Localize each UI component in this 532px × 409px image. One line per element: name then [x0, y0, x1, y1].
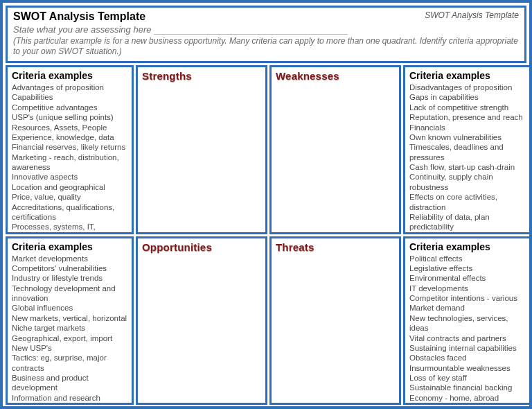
list-item: Financials	[409, 123, 525, 132]
criteria-strengths-cell: Criteria examples Advantages of proposit…	[6, 65, 134, 234]
instruction-blank-line[interactable]	[154, 34, 348, 35]
criteria-strengths-list: Advantages of propositionCapabilitiesCom…	[12, 82, 127, 234]
list-item: Capabilities	[12, 92, 127, 102]
list-item: Financial reserves, likely returns	[12, 142, 127, 152]
list-item: Competitors' vulnerabilities	[12, 263, 127, 273]
list-item: Information and research	[12, 393, 127, 403]
list-item: Sustaining internal capabilities	[409, 343, 525, 353]
weaknesses-heading: Weaknesses	[276, 70, 395, 82]
opportunities-cell[interactable]: Opportunities	[136, 236, 267, 406]
list-item: IT developments	[409, 284, 525, 293]
list-item: Vital contracts and partners	[409, 333, 525, 343]
list-item: Timescales, deadlines and pressures	[409, 142, 525, 162]
list-item: Market developments	[12, 254, 127, 263]
list-item: Environmental effects	[409, 273, 525, 283]
assessment-instruction: State what you are assessing here	[13, 24, 519, 35]
list-item: Competitive advantages	[12, 103, 127, 112]
list-item: Economy - home, abroad	[409, 393, 525, 403]
list-item: Geographical, export, import	[12, 333, 127, 343]
criteria-title: Criteria examples	[409, 70, 525, 81]
threats-heading: Threats	[276, 241, 395, 253]
criteria-title: Criteria examples	[12, 241, 127, 252]
list-item: Tactics: eg, surprise, major contracts	[12, 353, 127, 373]
list-item: Market demand	[409, 303, 525, 313]
list-item: Cash flow, start-up cash-drain	[409, 162, 525, 172]
criteria-weaknesses-list: Disadvantages of propositionGaps in capa…	[409, 82, 525, 234]
list-item: Disadvantages of proposition	[409, 82, 525, 92]
instruction-text: State what you are assessing here	[13, 24, 151, 35]
list-item: Experience, knowledge, data	[12, 132, 127, 142]
list-item: Resources, Assets, People	[12, 123, 127, 132]
header-tag: SWOT Analysis Template	[425, 10, 519, 20]
criteria-title: Criteria examples	[12, 70, 127, 81]
criteria-threats-list: Political effectsLegislative effectsEnvi…	[409, 254, 525, 406]
header-note: (This particular example is for a new bu…	[13, 36, 519, 57]
criteria-opportunities-list: Market developmentsCompetitors' vulnerab…	[12, 254, 127, 406]
list-item: Industry or lifestyle trends	[12, 273, 127, 283]
swot-grid: Criteria examples Advantages of proposit…	[6, 65, 526, 405]
list-item: Innovative aspects	[12, 172, 127, 182]
criteria-weaknesses-cell: Criteria examples Disadvantages of propo…	[403, 65, 531, 234]
list-item: Location and geographical	[12, 182, 127, 192]
strengths-cell[interactable]: Strengths	[136, 65, 267, 234]
list-item: New USP's	[12, 343, 127, 353]
list-item: Marketing - reach, distribution, awarene…	[12, 153, 127, 173]
list-item: Gaps in capabilities	[409, 92, 525, 102]
criteria-title: Criteria examples	[409, 241, 525, 252]
criteria-opportunities-cell: Criteria examples Market developmentsCom…	[6, 236, 134, 406]
threats-cell[interactable]: Threats	[269, 236, 401, 406]
header-box: SWOT Analysis Template SWOT Analysis Tem…	[6, 6, 526, 63]
list-item: Own known vulnerabilities	[409, 132, 525, 142]
list-item: Obstacles faced	[409, 353, 525, 363]
list-item: Loss of key staff	[409, 373, 525, 383]
list-item: Political effects	[409, 254, 525, 263]
list-item: Business and product development	[12, 373, 127, 393]
list-item: Technology development and innovation	[12, 284, 127, 304]
list-item: Competitor intentions - various	[409, 293, 525, 303]
list-item: Price, value, quality	[12, 192, 127, 202]
list-item: Reliability of data, plan predictability	[409, 212, 525, 232]
list-item: Seasonality, weather effects	[409, 403, 525, 405]
list-item: Reputation, presence and reach	[409, 112, 525, 122]
list-item: Legislative effects	[409, 263, 525, 273]
list-item: Effects on core activities, distraction	[409, 192, 525, 212]
list-item: Morale, commitment, leadership	[409, 232, 525, 234]
list-item: New markets, vertical, horizontal	[12, 313, 127, 323]
list-item: Insurmountable weaknesses	[409, 363, 525, 373]
list-item: Continuity, supply chain robustness	[409, 172, 525, 192]
list-item: Accreditations, qualifications, certific…	[12, 202, 127, 223]
list-item: Global influences	[12, 303, 127, 313]
list-item: Sustainable financial backing	[409, 383, 525, 392]
list-item: Partnerships, agencies,	[12, 403, 127, 405]
list-item: Advantages of proposition	[12, 82, 127, 92]
swot-template: SWOT Analysis Template SWOT Analysis Tem…	[0, 0, 532, 409]
list-item: New technologies, services, ideas	[409, 313, 525, 333]
list-item: Lack of competitive strength	[409, 103, 525, 112]
list-item: Niche target markets	[12, 323, 127, 333]
criteria-threats-cell: Criteria examples Political effectsLegis…	[403, 236, 531, 406]
weaknesses-cell[interactable]: Weaknesses	[269, 65, 401, 234]
strengths-heading: Strengths	[142, 70, 261, 82]
opportunities-heading: Opportunities	[142, 241, 261, 253]
list-item: USP's (unique selling points)	[12, 112, 127, 122]
list-item: Processes, systems, IT, communications	[12, 222, 127, 234]
